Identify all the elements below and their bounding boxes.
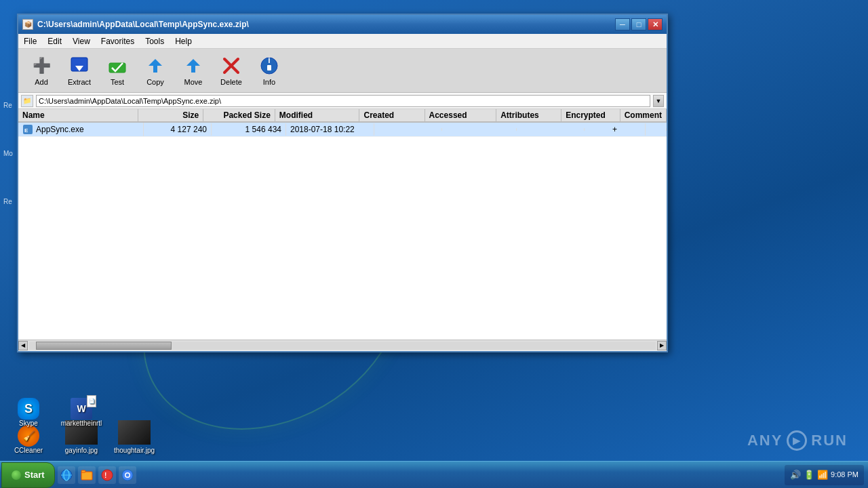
desktop: 📦 C:\Users\admin\AppData\Local\Temp\AppS… <box>0 0 868 488</box>
maximize-button[interactable]: □ <box>631 18 646 30</box>
svg-point-23 <box>125 473 129 476</box>
copy-label: Copy <box>146 78 164 86</box>
move-label: Move <box>184 78 203 86</box>
tray-battery-icon: 📶 <box>817 470 828 480</box>
file-name: AppSync.exe <box>36 125 84 134</box>
desktop-left-strip: Re Mo Re <box>3 102 13 205</box>
address-icon: 📁 <box>21 95 33 107</box>
scrollbar-horizontal[interactable]: ◀ ▶ <box>18 340 667 350</box>
start-button[interactable]: Start <box>1 462 55 488</box>
anyrun-watermark: ANY ▶ RUN <box>747 430 848 451</box>
taskbar-explorer-icon[interactable] <box>78 466 96 484</box>
col-header-created[interactable]: Created <box>359 109 425 121</box>
desktop-left-item-3[interactable]: Re <box>3 198 13 205</box>
menu-tools[interactable]: Tools <box>140 35 170 47</box>
menu-favorites[interactable]: Favorites <box>96 35 140 47</box>
menu-view[interactable]: View <box>67 35 96 47</box>
start-label: Start <box>24 470 45 480</box>
svg-rect-18 <box>81 470 85 472</box>
file-name-cell: E AppSync.exe <box>18 123 144 136</box>
scroll-left-button[interactable]: ◀ <box>18 341 28 350</box>
info-label: Info <box>263 78 275 86</box>
col-header-packed[interactable]: Packed Size <box>203 109 275 121</box>
thoughtair-label: thoughtair.jpg <box>114 447 155 454</box>
taskbar-chrome-icon[interactable] <box>119 466 136 484</box>
extract-icon <box>68 55 90 77</box>
delete-button[interactable]: Delete <box>214 52 249 89</box>
taskbar-quick-launch: ! <box>58 466 136 484</box>
gayinfo-label: gayinfo.jpg <box>65 447 98 454</box>
desktop-left-item-2[interactable]: Mo <box>3 150 13 157</box>
file-modified: 2018-07-18 10:22 <box>286 123 374 136</box>
tray-network-icon: 🔊 <box>790 470 801 480</box>
move-button[interactable]: Move <box>176 52 211 89</box>
svg-rect-11 <box>267 65 271 70</box>
minimize-button[interactable]: ─ <box>615 18 630 30</box>
delete-icon <box>220 55 242 77</box>
skype-label: Skype <box>19 420 38 427</box>
scroll-thumb[interactable] <box>36 342 172 350</box>
address-input[interactable] <box>36 95 650 107</box>
table-row[interactable]: E AppSync.exe 4 127 240 1 546 434 2018-0… <box>18 123 667 137</box>
svg-text:E: E <box>24 127 28 134</box>
col-header-attributes[interactable]: Attributes <box>496 109 561 121</box>
file-attributes <box>517 128 585 131</box>
svg-text:i: i <box>268 56 270 65</box>
info-button[interactable]: i Info <box>252 52 287 89</box>
svg-rect-17 <box>81 472 92 480</box>
address-bar: 📁 ▼ <box>18 93 667 109</box>
clock-time: 9:08 PM <box>831 470 859 480</box>
test-icon <box>106 55 128 77</box>
taskbar-tray: 🔊 🔋 📶 9:08 PM <box>785 465 864 485</box>
menu-file[interactable]: File <box>18 35 42 47</box>
window-title: C:\Users\admin\AppData\Local\Temp\AppSyn… <box>37 20 615 29</box>
svg-marker-5 <box>186 59 200 66</box>
extract-label: Extract <box>68 78 91 86</box>
extract-button[interactable]: Extract <box>62 52 97 89</box>
winrar-window: 📦 C:\Users\admin\AppData\Local\Temp\AppS… <box>17 14 668 352</box>
file-accessed <box>442 128 517 131</box>
title-bar: 📦 C:\Users\admin\AppData\Local\Temp\AppS… <box>18 15 667 34</box>
close-button[interactable]: ✕ <box>648 18 663 30</box>
thoughtair-thumbnail <box>118 420 151 445</box>
scroll-right-button[interactable]: ▶ <box>657 341 667 350</box>
col-header-name[interactable]: Name <box>18 109 138 121</box>
svg-marker-3 <box>149 59 162 66</box>
test-button[interactable]: Test <box>100 52 135 89</box>
address-dropdown[interactable]: ▼ <box>653 95 664 107</box>
desktop-icon-ccleaner[interactable]: 🧹 CCleaner <box>7 425 50 454</box>
add-button[interactable]: ➕ Add <box>24 52 59 89</box>
col-header-accessed[interactable]: Accessed <box>425 109 497 121</box>
taskbar-antivirus-icon[interactable]: ! <box>98 466 116 484</box>
desktop-icon-skype2[interactable]: S Skype <box>7 398 50 427</box>
file-list-area: Name Size Packed Size Modified Created A… <box>18 109 667 350</box>
file-packed-size: 1 546 434 <box>212 123 286 136</box>
add-label: Add <box>35 78 48 86</box>
desktop-icon-thoughtair[interactable]: thoughtair.jpg <box>113 420 156 454</box>
anyrun-play-icon: ▶ <box>787 430 807 451</box>
taskbar-ie-icon[interactable] <box>58 466 75 484</box>
col-header-encrypted[interactable]: Encrypted <box>561 109 620 121</box>
menu-edit[interactable]: Edit <box>42 35 67 47</box>
anyrun-text: ANY <box>747 432 783 449</box>
desktop-left-item-1[interactable]: Re <box>3 102 13 109</box>
desktop-icon-word[interactable]: W 📄 markettheinrtl <box>60 398 103 427</box>
file-created <box>374 128 442 131</box>
move-icon <box>182 55 204 77</box>
winrar-title-icon: 📦 <box>22 19 33 30</box>
file-comment <box>646 128 667 131</box>
col-header-modified[interactable]: Modified <box>275 109 360 121</box>
ccleaner-icon: 🧹 <box>18 425 39 447</box>
svg-rect-6 <box>191 66 195 73</box>
col-header-comment[interactable]: Comment <box>620 109 667 121</box>
file-size: 4 127 240 <box>144 123 212 136</box>
taskbar-clock[interactable]: 9:08 PM <box>831 470 859 480</box>
copy-button[interactable]: Copy <box>138 52 173 89</box>
ccleaner-label: CCleaner <box>14 447 43 454</box>
scroll-track[interactable] <box>29 342 656 350</box>
start-orb-icon <box>12 470 21 480</box>
col-header-size[interactable]: Size <box>138 109 203 121</box>
column-headers: Name Size Packed Size Modified Created A… <box>18 109 667 123</box>
menu-help[interactable]: Help <box>170 35 197 47</box>
svg-point-19 <box>102 470 113 481</box>
